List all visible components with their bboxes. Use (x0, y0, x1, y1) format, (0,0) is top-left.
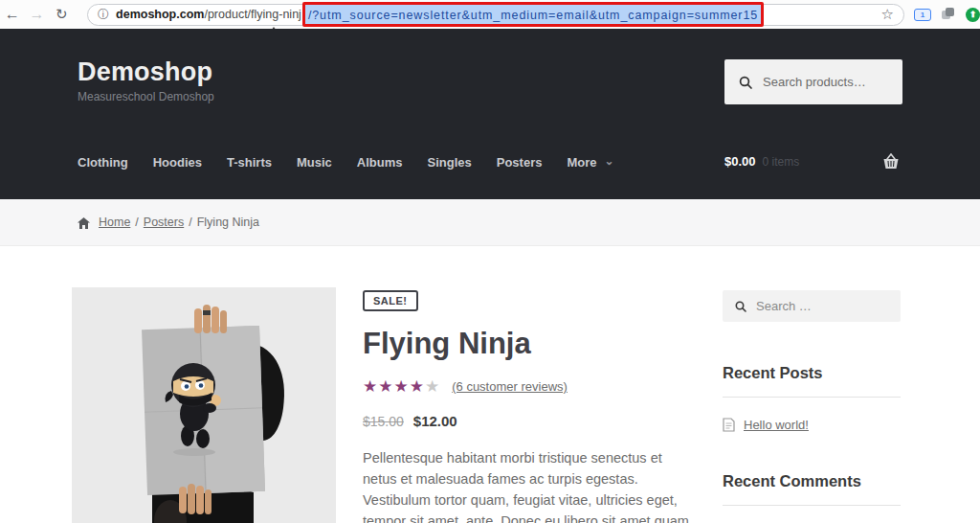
nav-item-albums[interactable]: Albums (357, 155, 403, 170)
breadcrumb-home-link[interactable]: Home (99, 216, 130, 229)
product-image[interactable] (72, 287, 336, 523)
flying-ninja-poster-photo (72, 287, 336, 523)
star-rating-empty-icon[interactable]: ★ (425, 376, 440, 397)
product-description: Pellentesque habitant morbi tristique se… (363, 447, 700, 523)
divider (723, 505, 901, 506)
home-icon[interactable] (78, 217, 90, 229)
sidebar-search-input[interactable] (756, 299, 880, 313)
utm-annotation-box: /?utm_source=newsletter&utm_medium=email… (302, 2, 764, 27)
sale-badge: SALE! (363, 290, 418, 311)
product-details: SALE! Flying Ninja ★★★★ ★ (6 customer re… (363, 290, 703, 523)
old-price: $15.00 (363, 414, 404, 429)
post-link-hello-world[interactable]: Hello world! (744, 418, 809, 432)
breadcrumb-posters-link[interactable]: Posters (144, 216, 184, 229)
nav-item-more[interactable]: More ⌄ (567, 155, 613, 170)
recent-comments-title: Recent Comments (723, 472, 901, 490)
recent-posts-title: Recent Posts (723, 364, 901, 382)
breadcrumb-bar: Home / Posters / Flying Ninja (0, 199, 980, 246)
breadcrumb: Home / Posters / Flying Ninja (78, 199, 902, 245)
nav-item-hoodies[interactable]: Hoodies (153, 155, 202, 170)
back-icon[interactable]: ← (0, 6, 25, 23)
url-domain: demoshop.com (116, 8, 204, 21)
sale-price: $12.00 (413, 413, 457, 429)
nav-more-label: More (567, 155, 596, 170)
extension-area: 1 ⬆ (914, 8, 980, 22)
url-path: /product/flying-ninj (204, 8, 301, 21)
extensions-icon[interactable] (942, 8, 955, 21)
document-icon (723, 418, 735, 432)
list-item[interactable]: Hello world! (723, 418, 901, 432)
breadcrumb-current: Flying Ninja (197, 216, 259, 229)
breadcrumb-separator: / (189, 216, 191, 229)
sidebar-search-box[interactable] (723, 290, 901, 322)
rating-row: ★★★★ ★ (6 customer reviews) (363, 376, 703, 397)
search-icon (739, 76, 752, 89)
reload-icon[interactable]: ↻ (49, 6, 74, 23)
browser-window: ← → ↻ ⓘ demoshop.com /product/flying-nin… (0, 0, 980, 523)
green-extension-icon[interactable]: ⬆ (966, 8, 980, 22)
basket-icon[interactable] (881, 153, 901, 170)
nav-item-singles[interactable]: Singles (428, 155, 472, 170)
product-title: Flying Ninja (363, 327, 703, 361)
extension-badge-icon[interactable]: 1 (914, 9, 931, 21)
main-nav: Clothing Hoodies T-shirts Music Albums S… (78, 155, 614, 170)
breadcrumb-separator: / (135, 216, 138, 229)
product-search-input[interactable] (763, 75, 887, 89)
forward-icon[interactable]: → (25, 6, 50, 23)
cart-summary[interactable]: $0.00 0 items (724, 153, 902, 170)
price-row: $15.00 $12.00 (363, 413, 703, 429)
star-rating-filled-icon[interactable]: ★★★★ (363, 376, 425, 397)
nav-item-clothing[interactable]: Clothing (78, 155, 128, 170)
sidebar: Recent Posts Hello world! Recent Comment… (723, 290, 901, 506)
cart-item-count: 0 items (763, 155, 800, 169)
nav-item-music[interactable]: Music (297, 155, 332, 170)
browser-toolbar: ← → ↻ ⓘ demoshop.com /product/flying-nin… (0, 0, 980, 29)
cart-total: $0.00 (724, 154, 756, 169)
chevron-down-icon: ⌄ (605, 154, 614, 168)
site-header: Demoshop Measureschool Demoshop Clothing… (0, 29, 980, 199)
bookmark-star-icon[interactable]: ☆ (881, 6, 894, 23)
search-icon (735, 301, 746, 312)
nav-item-posters[interactable]: Posters (497, 155, 543, 170)
customer-reviews-link[interactable]: (6 customer reviews) (452, 379, 568, 394)
page-info-icon[interactable]: ⓘ (98, 7, 109, 23)
url-selected-text: /?utm_source=newsletter&utm_medium=email… (308, 9, 758, 22)
divider (723, 397, 901, 398)
nav-item-tshirts[interactable]: T-shirts (227, 155, 272, 170)
product-search-box[interactable] (724, 59, 902, 104)
address-bar[interactable]: ⓘ demoshop.com /product/flying-ninj /?ut… (87, 4, 904, 26)
